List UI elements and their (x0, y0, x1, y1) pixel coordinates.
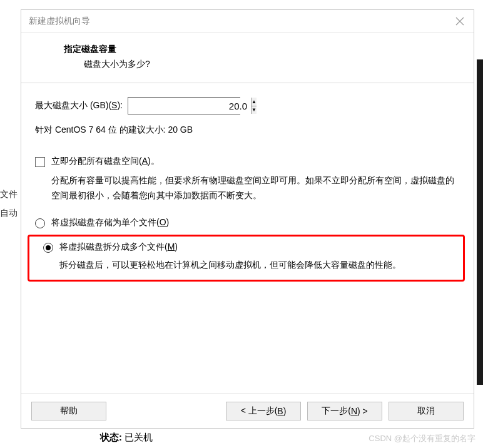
radio-icon[interactable] (35, 218, 45, 228)
header-subtitle: 磁盘大小为多少? (64, 59, 456, 70)
disk-size-spinner[interactable]: ▲ ▼ (128, 97, 240, 115)
button-bar: 帮助 < 上一步(B) 下一步(N) > 取消 (21, 394, 474, 428)
split-file-radio-row[interactable]: 将虚拟磁盘拆分成多个文件(M) (43, 242, 457, 253)
next-button[interactable]: 下一步(N) > (307, 402, 382, 420)
cancel-button[interactable]: 取消 (389, 402, 464, 420)
dialog-title: 新建虚拟机向导 (29, 16, 454, 27)
allocate-now-label: 立即分配所有磁盘空间(A)。 (51, 156, 160, 167)
wizard-dialog: 新建虚拟机向导 指定磁盘容量 磁盘大小为多少? 最大磁盘大小 (GB)(S): … (21, 9, 474, 429)
single-file-radio-row[interactable]: 将虚拟磁盘存储为单个文件(O) (35, 217, 460, 228)
status-value: 已关机 (122, 432, 153, 442)
recommend-text: 针对 CentOS 7 64 位 的建议大小: 20 GB (35, 125, 460, 136)
spinner-up-icon[interactable]: ▲ (252, 98, 257, 106)
disk-size-label: 最大磁盘大小 (GB)(S): (35, 100, 123, 111)
back-button[interactable]: < 上一步(B) (226, 402, 301, 420)
bg-text-auto: 自动 (0, 203, 21, 222)
titlebar: 新建虚拟机向导 (21, 10, 474, 33)
allocate-now-desc: 分配所有容量可以提高性能，但要求所有物理磁盘空间立即可用。如果不立即分配所有空间… (35, 173, 460, 203)
radio-icon-selected[interactable] (43, 243, 53, 253)
highlighted-option: 将虚拟磁盘拆分成多个文件(M) 拆分磁盘后，可以更轻松地在计算机之间移动虚拟机，… (28, 235, 465, 282)
background-left-text: 文件 自动 (0, 50, 21, 425)
status-row: 状态: 已关机 (100, 432, 153, 444)
status-label: 状态: (100, 432, 122, 442)
header-block: 指定磁盘容量 磁盘大小为多少? (21, 33, 474, 83)
disk-size-row: 最大磁盘大小 (GB)(S): ▲ ▼ (35, 97, 460, 115)
bg-text-file: 文件 (0, 185, 21, 203)
split-file-label: 将虚拟磁盘拆分成多个文件(M) (59, 242, 178, 253)
header-title: 指定磁盘容量 (64, 44, 456, 55)
content-area: 最大磁盘大小 (GB)(S): ▲ ▼ 针对 CentOS 7 64 位 的建议… (21, 83, 474, 394)
watermark-text: CSDN @起个没有重复的名字 (369, 433, 475, 444)
split-file-desc: 拆分磁盘后，可以更轻松地在计算机之间移动虚拟机，但可能会降低大容量磁盘的性能。 (43, 258, 457, 273)
help-button[interactable]: 帮助 (31, 402, 106, 420)
checkbox-icon[interactable] (35, 157, 45, 167)
spinner-down-icon[interactable]: ▼ (252, 106, 257, 115)
single-file-label: 将虚拟磁盘存储为单个文件(O) (51, 217, 169, 228)
background-right-panel (477, 59, 483, 385)
allocate-now-checkbox-row[interactable]: 立即分配所有磁盘空间(A)。 (35, 156, 460, 167)
disk-size-input[interactable] (128, 98, 251, 114)
close-icon[interactable] (454, 15, 466, 28)
